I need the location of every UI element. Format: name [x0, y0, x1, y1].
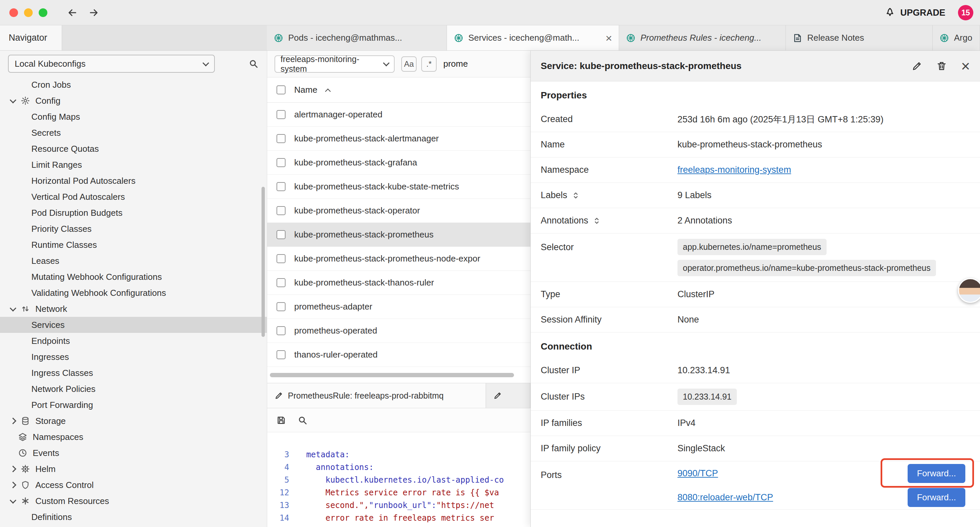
table-row[interactable]: prometheus-adapter [267, 295, 530, 319]
sidebar-item-config[interactable]: Config [0, 93, 267, 109]
chevron-right-icon[interactable] [10, 417, 16, 424]
row-checkbox[interactable] [277, 158, 286, 167]
tab-release-notes[interactable]: Release Notes [786, 25, 932, 50]
window-close-button[interactable] [10, 8, 18, 17]
table-row[interactable]: alertmanager-operated [267, 103, 530, 127]
sidebar-item-pod-disruption-budgets[interactable]: Pod Disruption Budgets [0, 205, 267, 221]
sidebar-item-mutating-webhook-configurations[interactable]: Mutating Webhook Configurations [0, 269, 267, 285]
sidebar-scrollbar-thumb[interactable] [261, 187, 265, 337]
table-row[interactable]: kube-prometheus-stack-grafana [267, 151, 530, 175]
row-checkbox[interactable] [277, 134, 286, 143]
match-case-toggle[interactable]: Aa [401, 56, 417, 72]
row-checkbox[interactable] [277, 110, 286, 119]
sidebar-item-endpoints[interactable]: Endpoints [0, 333, 267, 349]
sidebar-item-namespaces[interactable]: Namespaces [0, 429, 267, 445]
sidebar-item-network[interactable]: Network [0, 301, 267, 317]
unfold-icon[interactable] [571, 191, 580, 200]
detail-value: SingleStack [678, 438, 970, 459]
notification-badge[interactable]: 15 [958, 5, 973, 20]
regex-toggle[interactable]: .* [421, 56, 437, 72]
table-row[interactable]: prometheus-operated [267, 319, 530, 343]
chevron-right-icon[interactable] [10, 466, 16, 472]
unfold-icon[interactable] [592, 217, 601, 225]
back-icon[interactable] [67, 7, 78, 18]
sidebar-item-runtime-classes[interactable]: Runtime Classes [0, 237, 267, 253]
column-header-name[interactable]: Name [294, 85, 317, 95]
sidebar-item-priority-classes[interactable]: Priority Classes [0, 221, 267, 237]
window-zoom-button[interactable] [39, 8, 48, 17]
tab-pods-icecheng-mathmas[interactable]: Pods - icecheng@mathmas... [267, 25, 447, 50]
sidebar-item-access-control[interactable]: Access Control [0, 477, 267, 493]
sidebar-item-horizontal-pod-autoscalers[interactable]: Horizontal Pod Autoscalers [0, 173, 267, 189]
sidebar-item-validating-webhook-configurations[interactable]: Validating Webhook Configurations [0, 285, 267, 301]
code-line: 4 annotations: [267, 461, 530, 474]
kubeconfig-selector[interactable]: Local Kubeconfigs [8, 55, 215, 73]
row-checkbox[interactable] [277, 206, 286, 215]
close-icon[interactable]: × [961, 58, 970, 74]
table-row[interactable]: kube-prometheus-stack-thanos-ruler [267, 271, 530, 295]
table-row[interactable]: kube-prometheus-stack-prometheus-node-ex… [267, 247, 530, 271]
tab-argo-se[interactable]: Argo Se [932, 25, 980, 50]
sidebar-item-helm[interactable]: Helm [0, 461, 267, 477]
sidebar-item-limit-ranges[interactable]: Limit Ranges [0, 157, 267, 173]
sidebar-item-network-policies[interactable]: Network Policies [0, 381, 267, 397]
sidebar-item-custom-resources[interactable]: Custom Resources [0, 493, 267, 509]
navigator-tab[interactable]: Navigator [0, 25, 62, 50]
forward-icon[interactable] [88, 7, 99, 18]
row-checkbox[interactable] [277, 350, 286, 359]
editor-tab[interactable]: PrometheusRule: freeleaps-prod-rabbitmq [267, 383, 486, 408]
sidebar-item-port-forwarding[interactable]: Port Forwarding [0, 397, 267, 413]
sidebar-item-storage[interactable]: Storage [0, 413, 267, 429]
sidebar-item-cron-jobs[interactable]: Cron Jobs [0, 77, 267, 93]
sidebar-item-leases[interactable]: Leases [0, 253, 267, 269]
forward-button[interactable]: Forward... [908, 488, 965, 507]
select-all-checkbox[interactable] [277, 85, 286, 94]
sidebar-item-definitions[interactable]: Definitions [0, 509, 267, 525]
upgrade-button[interactable]: UPGRADE [884, 7, 945, 18]
chevron-right-icon[interactable] [10, 482, 16, 488]
chevron-down-icon[interactable] [10, 305, 16, 312]
search-icon[interactable] [248, 58, 259, 69]
row-checkbox[interactable] [277, 302, 286, 311]
editor-tab[interactable] [486, 383, 530, 408]
sidebar-item-ingress-classes[interactable]: Ingress Classes [0, 365, 267, 381]
table-row[interactable]: kube-prometheus-stack-alertmanager [267, 127, 530, 151]
row-checkbox[interactable] [277, 326, 286, 335]
editor-search-icon[interactable] [297, 415, 308, 426]
hscroll-thumb[interactable] [270, 373, 514, 377]
namespace-filter[interactable]: freeleaps-monitoring-system [275, 56, 395, 73]
chevron-down-icon [202, 60, 209, 66]
table-row[interactable]: kube-prometheus-stack-kube-state-metrics [267, 175, 530, 199]
tab-services-icecheng-math[interactable]: Services - icecheng@math...× [447, 25, 619, 50]
network-icon [21, 304, 30, 314]
sidebar-item-secrets[interactable]: Secrets [0, 125, 267, 141]
chevron-down-icon[interactable] [10, 497, 16, 504]
namespace-link[interactable]: freeleaps-monitoring-system [678, 165, 791, 175]
forward-button[interactable]: Forward... [908, 464, 965, 483]
list-filter-input[interactable]: Aa .* prome [401, 56, 468, 72]
sidebar-item-config-maps[interactable]: Config Maps [0, 109, 267, 125]
save-icon[interactable] [276, 415, 286, 426]
row-checkbox[interactable] [277, 254, 286, 263]
floating-avatar[interactable] [958, 278, 980, 303]
yaml-editor[interactable]: 3 metadata:4 annotations:5 kubectl.kuber… [267, 432, 530, 527]
sidebar-item-events[interactable]: Events [0, 445, 267, 461]
tab-close-icon[interactable]: × [605, 32, 612, 44]
port-link[interactable]: 8080:reloader-web/TCP [678, 492, 773, 503]
sidebar-item-services[interactable]: Services [0, 317, 267, 333]
sidebar-item-ingresses[interactable]: Ingresses [0, 349, 267, 365]
window-minimize-button[interactable] [24, 8, 33, 17]
table-row[interactable]: kube-prometheus-stack-prometheus [267, 223, 530, 247]
chevron-down-icon[interactable] [10, 97, 16, 103]
port-link[interactable]: 9090/TCP [678, 468, 718, 479]
sidebar-item-vertical-pod-autoscalers[interactable]: Vertical Pod Autoscalers [0, 189, 267, 205]
row-checkbox[interactable] [277, 278, 286, 287]
row-checkbox[interactable] [277, 182, 286, 191]
table-row[interactable]: kube-prometheus-stack-operator [267, 199, 530, 223]
table-row[interactable]: thanos-ruler-operated [267, 343, 530, 367]
delete-trash-icon[interactable] [936, 61, 947, 72]
edit-pencil-icon[interactable] [912, 61, 922, 72]
sidebar-item-resource-quotas[interactable]: Resource Quotas [0, 141, 267, 157]
row-checkbox[interactable] [277, 230, 286, 239]
tab-prometheus-rules-icecheng[interactable]: Prometheus Rules - icecheng... [619, 25, 786, 50]
